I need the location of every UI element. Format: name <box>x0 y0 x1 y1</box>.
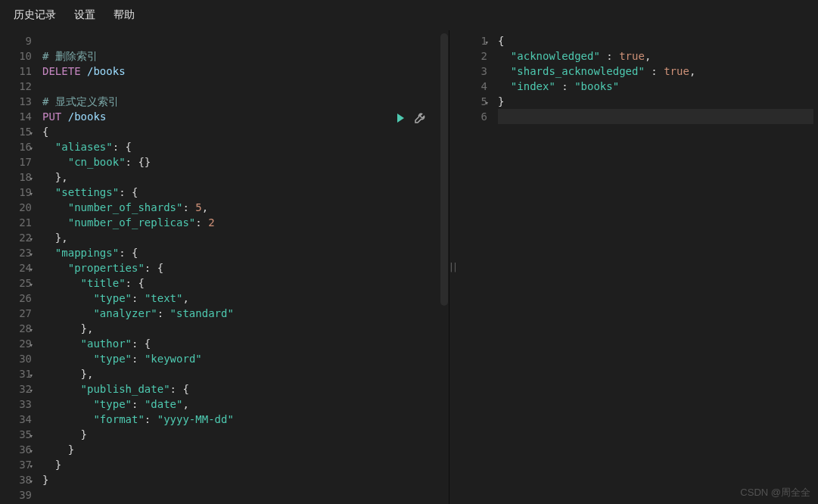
line-number: 4 <box>459 79 487 94</box>
run-icon[interactable] <box>394 112 406 126</box>
fold-icon[interactable]: ▾ <box>30 428 33 443</box>
fold-icon[interactable]: ▾ <box>30 459 33 474</box>
line-number: 24▾ <box>3 260 32 275</box>
code-line[interactable]: } <box>498 94 813 109</box>
code-line[interactable]: # 删除索引 <box>42 48 444 64</box>
line-number: 17 <box>3 154 32 170</box>
code-line[interactable]: # 显式定义索引 <box>42 94 444 109</box>
code-line[interactable]: } <box>42 427 444 442</box>
fold-icon[interactable]: ▾ <box>30 368 33 383</box>
code-line[interactable]: }, <box>42 366 444 381</box>
code-line[interactable]: }, <box>42 170 444 185</box>
request-actions <box>394 112 426 126</box>
code-line[interactable]: "aliases": { <box>42 139 444 154</box>
code-line[interactable]: "author": { <box>42 336 444 351</box>
code-line[interactable]: DELETE /books <box>42 64 444 79</box>
code-line[interactable] <box>42 487 444 502</box>
code-line[interactable]: "number_of_replicas": 2 <box>42 215 444 230</box>
line-number: 23▾ <box>3 245 32 260</box>
fold-icon[interactable]: ▾ <box>30 338 33 353</box>
editor-pane-request: 9101112131415▾16▾1718▾19▾202122▾23▾24▾25… <box>0 30 449 504</box>
code-line[interactable]: "type": "text", <box>42 291 444 306</box>
fold-icon[interactable]: ▾ <box>30 126 33 141</box>
line-number: 13 <box>3 94 32 109</box>
fold-icon[interactable]: ▾ <box>30 262 33 277</box>
line-number: 19▾ <box>3 185 32 200</box>
fold-icon[interactable]: ▾ <box>485 95 489 110</box>
line-number: 21 <box>3 215 32 230</box>
fold-icon[interactable]: ▾ <box>30 232 33 247</box>
code-line[interactable] <box>42 79 444 94</box>
code-line[interactable]: "analyzer": "standard" <box>42 306 444 321</box>
line-number: 15▾ <box>3 124 32 139</box>
line-number: 5▾ <box>459 94 487 109</box>
code-right[interactable]: { "acknowledged" : true, "shards_acknowl… <box>493 30 818 504</box>
line-number: 28▾ <box>3 321 32 336</box>
menu-help[interactable]: 帮助 <box>114 8 135 22</box>
line-number: 22▾ <box>3 230 32 245</box>
fold-icon[interactable]: ▾ <box>30 186 33 201</box>
fold-icon[interactable]: ▾ <box>30 247 33 262</box>
pane-splitter[interactable]: || <box>449 30 456 504</box>
line-number: 39 <box>3 487 32 502</box>
menu-bar: 历史记录 设置 帮助 <box>0 0 818 30</box>
code-line[interactable]: "cn_book": {} <box>42 154 444 170</box>
code-line[interactable]: } <box>42 472 444 487</box>
code-line[interactable]: "number_of_shards": 5, <box>42 200 444 215</box>
code-line[interactable]: } <box>42 457 444 472</box>
code-line[interactable]: }, <box>42 230 444 245</box>
code-line[interactable]: "settings": { <box>42 185 444 200</box>
line-number: 14 <box>3 109 32 124</box>
code-line[interactable]: "properties": { <box>42 260 444 275</box>
main: 9101112131415▾16▾1718▾19▾202122▾23▾24▾25… <box>0 30 818 504</box>
code-line[interactable]: "acknowledged" : true, <box>498 48 813 64</box>
line-number: 20 <box>3 200 32 215</box>
fold-icon[interactable]: ▾ <box>30 277 33 292</box>
line-number: 11 <box>3 64 32 79</box>
code-line[interactable]: { <box>42 124 444 139</box>
code-line[interactable]: "title": { <box>42 275 444 291</box>
code-line[interactable] <box>42 33 444 48</box>
fold-icon[interactable]: ▾ <box>30 383 33 398</box>
code-line[interactable]: "mappings": { <box>42 245 444 260</box>
code-line[interactable]: { <box>498 33 813 48</box>
line-number: 18▾ <box>3 170 32 185</box>
menu-settings[interactable]: 设置 <box>74 8 95 22</box>
line-number: 10 <box>3 48 32 64</box>
fold-icon[interactable]: ▾ <box>30 141 33 156</box>
fold-icon[interactable]: ▾ <box>30 443 33 459</box>
line-number: 36▾ <box>3 442 32 457</box>
line-number: 29▾ <box>3 336 32 351</box>
line-number: 1▾ <box>459 33 487 48</box>
line-number: 3 <box>459 64 487 79</box>
line-number: 32▾ <box>3 381 32 397</box>
line-number: 9 <box>3 33 32 48</box>
code-line[interactable]: "type": "keyword" <box>42 351 444 366</box>
code-line[interactable]: "format": "yyyy-MM-dd" <box>42 412 444 427</box>
fold-icon[interactable]: ▾ <box>30 171 33 186</box>
gutter-right: 1▾2345▾6 <box>456 30 493 504</box>
line-number: 26 <box>3 291 32 306</box>
code-line[interactable]: } <box>42 442 444 457</box>
editor-pane-response: 1▾2345▾6 { "acknowledged" : true, "shard… <box>456 30 818 504</box>
code-line[interactable]: "shards_acknowledged" : true, <box>498 64 813 79</box>
watermark: CSDN @周全全 <box>740 486 810 499</box>
fold-icon[interactable]: ▾ <box>30 474 33 489</box>
fold-icon[interactable]: ▾ <box>30 322 33 338</box>
fold-icon[interactable]: ▾ <box>485 35 489 50</box>
code-line[interactable]: "index" : "books" <box>498 79 813 94</box>
code-left[interactable]: # 删除索引DELETE /books # 显式定义索引PUT /books{ … <box>38 30 449 504</box>
line-number: 6 <box>459 109 487 124</box>
code-line[interactable]: "publish_date": { <box>42 381 444 397</box>
line-number: 38▾ <box>3 472 32 487</box>
line-number: 25▾ <box>3 275 32 291</box>
code-line[interactable] <box>498 109 813 124</box>
line-number: 35▾ <box>3 427 32 442</box>
line-number: 27 <box>3 306 32 321</box>
code-line[interactable]: "type": "date", <box>42 397 444 412</box>
code-line[interactable]: }, <box>42 321 444 336</box>
scrollbar-left[interactable] <box>440 33 448 306</box>
wrench-icon[interactable] <box>414 112 426 126</box>
code-line[interactable]: PUT /books <box>42 109 444 124</box>
menu-history[interactable]: 历史记录 <box>14 8 56 22</box>
